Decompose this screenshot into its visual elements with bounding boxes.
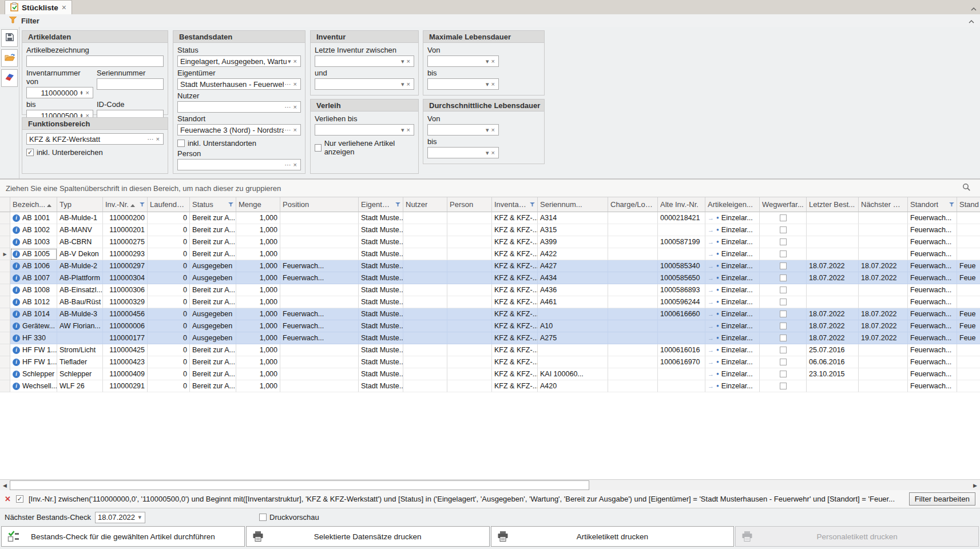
column-header-menge[interactable]: Menge (236, 197, 280, 212)
funktionsbereich-input[interactable]: KFZ & KFZ-Werkstatt ⋯ × (26, 133, 164, 145)
filter-active-checkbox[interactable]: ✓ (16, 495, 23, 503)
column-header-typ[interactable]: Typ (57, 197, 103, 212)
wegwerfartikel-checkbox[interactable] (780, 238, 787, 245)
table-row[interactable]: iAB 1003AB-CBRN1100002750Bereit zur A...… (0, 236, 980, 248)
table-row[interactable]: iHF FW 1...Tieflader1100004230Bereit zur… (0, 356, 980, 368)
info-icon[interactable]: i (13, 287, 20, 294)
info-icon[interactable]: i (13, 250, 20, 258)
bestands-check-button[interactable]: Bestands-Check für die gewählten Artikel… (1, 526, 245, 547)
wegwerfartikel-checkbox[interactable] (780, 383, 787, 389)
table-row[interactable]: ▶iAB 1005AB-V Dekon1100002930Bereit zur … (0, 248, 980, 260)
search-icon[interactable] (962, 183, 971, 193)
clear-icon[interactable]: × (406, 127, 411, 133)
druckvorschau-checkbox[interactable]: Druckvorschau (259, 513, 319, 522)
wegwerfartikel-checkbox[interactable] (780, 311, 787, 317)
chevron-up-icon[interactable] (971, 4, 977, 13)
horizontal-scrollbar[interactable]: ◀ ▶ (0, 479, 980, 491)
table-row[interactable]: iAB 1006AB-Mulde-21100002970Ausgegeben1,… (0, 260, 980, 272)
print-selected-button[interactable]: Selektierte Datensätze drucken (246, 526, 490, 547)
eigentuemer-input[interactable]: Stadt Musterhausen - Feuerwehr ⋯ × (177, 78, 301, 90)
standort-input[interactable]: Feuerwache 3 (Nord) - Nordstraße 1 ⋯ × (177, 124, 301, 136)
ellipsis-icon[interactable]: ⋯ (284, 162, 292, 168)
info-icon[interactable]: i (13, 323, 20, 330)
column-header-letzter[interactable]: Letzter Best... (807, 197, 859, 212)
status-dropdown[interactable]: Eingelagert, Ausgegeben, Wartun... ▾ × (177, 55, 301, 67)
wegwerfartikel-checkbox[interactable] (780, 226, 787, 233)
inkl-unterbereichen-checkbox[interactable]: ✓ inkl. Unterbereichen (26, 148, 164, 157)
clear-icon[interactable]: × (490, 127, 496, 133)
clear-icon[interactable]: × (490, 58, 496, 65)
clear-icon[interactable]: × (406, 58, 411, 65)
durchschn-bis-dropdown[interactable]: ▾ × (427, 147, 499, 158)
wegwerfartikel-checkbox[interactable] (780, 335, 787, 341)
wegwerfartikel-checkbox[interactable] (780, 359, 787, 365)
clear-icon[interactable]: × (490, 150, 496, 156)
next-check-date-dropdown[interactable]: 18.07.2022 ▾ (95, 512, 145, 523)
info-icon[interactable]: i (13, 262, 20, 270)
ellipsis-icon[interactable]: ⋯ (146, 136, 155, 142)
letzte-inventur-dropdown[interactable]: ▾ × (315, 55, 414, 67)
column-header-alteinv[interactable]: Alte Inv.-Nr. (658, 197, 705, 212)
wegwerfartikel-checkbox[interactable] (780, 287, 787, 293)
table-row[interactable]: iSchlepperSchlepper1100004090Bereit zur … (0, 368, 980, 380)
clear-icon[interactable]: × (85, 90, 90, 96)
tab-close-icon[interactable]: × (62, 3, 66, 11)
ellipsis-icon[interactable]: ⋯ (284, 104, 292, 110)
chevron-down-icon[interactable]: ▾ (485, 58, 490, 65)
artikelbezeichnung-input[interactable] (26, 55, 164, 67)
save-filter-button[interactable] (1, 29, 18, 47)
wegwerfartikel-checkbox[interactable] (780, 214, 787, 221)
info-icon[interactable]: i (13, 311, 20, 318)
column-filter-icon[interactable] (228, 200, 233, 209)
edit-filter-button[interactable]: Filter bearbeiten (909, 492, 975, 506)
chevron-down-icon[interactable]: ▾ (400, 58, 406, 65)
column-header-inv[interactable]: Inv.-Nr. (103, 197, 148, 212)
seriennummer-input[interactable] (97, 78, 164, 90)
scroll-right-icon[interactable]: ▶ (970, 480, 980, 491)
info-icon[interactable]: i (13, 299, 20, 306)
ellipsis-icon[interactable]: ⋯ (284, 127, 292, 133)
info-icon[interactable]: i (13, 371, 20, 378)
load-filter-button[interactable] (1, 49, 18, 67)
table-row[interactable]: iAB 1001AB-Mulde-11100002000Bereit zur A… (0, 212, 980, 224)
clear-icon[interactable]: × (406, 81, 411, 87)
clear-filter-button[interactable] (1, 69, 18, 87)
remove-filter-icon[interactable]: ✕ (5, 495, 11, 503)
info-icon[interactable]: i (13, 238, 20, 246)
table-row[interactable]: iHF FW 1...Strom/Licht1100004250Bereit z… (0, 344, 980, 356)
max-bis-dropdown[interactable]: ▾ × (427, 78, 499, 90)
column-header-eig[interactable]: Eigentümer (359, 197, 403, 212)
filter-section-header[interactable]: Filter (0, 14, 980, 27)
chevron-down-icon[interactable]: ▾ (400, 127, 406, 133)
inkl-unterstandorten-checkbox[interactable]: inkl. Unterstandorten (177, 139, 301, 148)
durchschn-von-dropdown[interactable]: ▾ × (427, 124, 499, 136)
wegwerfartikel-checkbox[interactable] (780, 250, 787, 257)
column-header-person[interactable]: Person (447, 197, 492, 212)
column-filter-icon[interactable] (140, 200, 145, 209)
nutzer-input[interactable]: ⋯ × (177, 101, 301, 113)
inventarnummer-von-input[interactable]: 110000000 ▲▼ × (26, 87, 93, 98)
print-person-label-button[interactable]: Personaletikett drucken (735, 526, 979, 547)
table-row[interactable]: iAB 1007AB-Plattform1100003040Ausgegeben… (0, 272, 980, 284)
info-icon[interactable]: i (13, 335, 20, 342)
column-header-nutzer[interactable]: Nutzer (403, 197, 447, 212)
column-header-standort[interactable]: Standort (908, 197, 957, 212)
table-row[interactable]: iAB 1014AB-Mulde-31100004560Ausgegeben1,… (0, 308, 980, 320)
table-row[interactable]: iAB 1002AB-MANV1100002010Bereit zur A...… (0, 224, 980, 236)
clear-icon[interactable]: × (292, 127, 298, 133)
clear-icon[interactable]: × (155, 136, 161, 142)
chevron-down-icon[interactable]: ▾ (485, 150, 490, 156)
info-icon[interactable]: i (13, 274, 20, 282)
nur-verliehene-checkbox[interactable]: Nur verliehene Artikel anzeigen (315, 139, 414, 156)
table-row[interactable]: iHF 3301100001770Ausgegeben1,000Feuerwac… (0, 332, 980, 344)
column-header-wegwerf[interactable]: Wegwerfar... (760, 197, 807, 212)
column-header-charge[interactable]: Charge/Los... (608, 197, 658, 212)
verliehen-bis-dropdown[interactable]: ▾ × (315, 124, 414, 136)
chevron-down-icon[interactable]: ▾ (137, 514, 142, 520)
chevron-down-icon[interactable]: ▾ (485, 81, 490, 87)
wegwerfartikel-checkbox[interactable] (780, 262, 787, 269)
column-header-lfd[interactable]: Laufende Nr. (148, 197, 190, 212)
scrollbar-thumb[interactable] (10, 480, 589, 490)
info-icon[interactable]: i (13, 359, 20, 366)
column-header-serien[interactable]: Seriennum... (538, 197, 608, 212)
